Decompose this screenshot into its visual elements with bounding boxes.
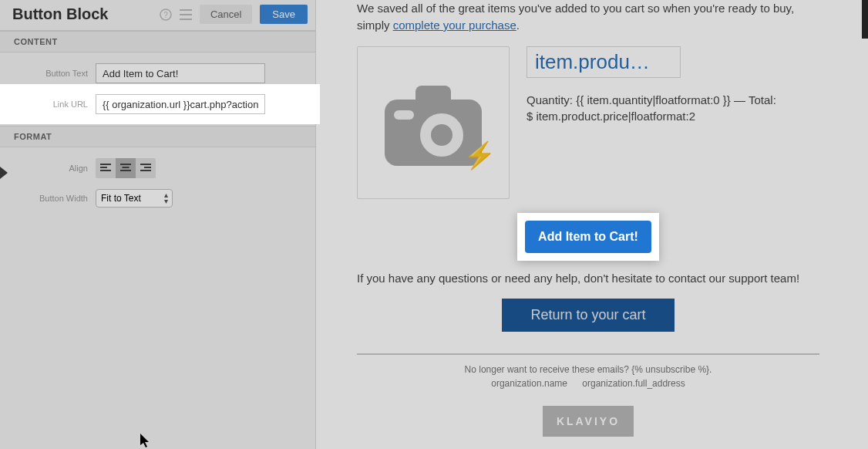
product-title: item.produ… <box>535 50 672 74</box>
unsubscribe-line: No longer want to receive these emails? … <box>357 363 819 376</box>
svg-rect-6 <box>100 167 107 168</box>
camera-icon: ⚡ <box>375 79 491 166</box>
help-message: If you have any questions or need any he… <box>357 272 819 285</box>
button-width-label: Button Width <box>11 194 96 203</box>
svg-rect-13 <box>140 170 151 171</box>
saved-cart-message: We saved all of the great items you've a… <box>357 0 819 46</box>
bolt-icon: ⚡ <box>463 140 496 170</box>
align-left-button[interactable] <box>96 158 116 178</box>
panel-title: Button Block <box>12 5 108 23</box>
product-row: ⚡ item.produ… Quantity: {{ item.quantity… <box>357 46 819 199</box>
field-button-text: Button Text <box>0 52 315 89</box>
org-name: organization.name <box>491 378 567 389</box>
return-to-cart-button[interactable]: Return to your cart <box>502 299 675 332</box>
svg-rect-9 <box>123 167 130 168</box>
field-link-url: Link URL <box>0 89 315 120</box>
product-quantity-line: Quantity: {{ item.quantity|floatformat:0… <box>527 92 819 108</box>
align-button-group <box>96 158 156 178</box>
align-right-button[interactable] <box>136 158 156 178</box>
link-url-input[interactable] <box>96 94 265 114</box>
svg-rect-2 <box>180 9 192 11</box>
complete-purchase-link[interactable]: complete your purchase <box>393 19 516 32</box>
link-url-label: Link URL <box>11 100 96 109</box>
svg-rect-3 <box>180 14 192 15</box>
align-label: Align <box>11 164 96 173</box>
email-footer: No longer want to receive these emails? … <box>357 363 819 390</box>
svg-marker-15 <box>140 434 149 447</box>
right-edge-marker <box>862 0 868 39</box>
svg-rect-11 <box>140 164 151 165</box>
panel-titlebar: Button Block ? Cancel Save <box>0 0 315 31</box>
product-price-line: $ item.product.price|floatformat:2 <box>527 108 819 124</box>
field-button-width: Button Width Fit to Text ▴▾ <box>0 184 315 213</box>
collapse-handle-icon[interactable] <box>0 167 8 179</box>
svg-rect-12 <box>144 167 151 168</box>
button-text-input[interactable] <box>96 63 265 83</box>
save-button[interactable]: Save <box>260 5 308 24</box>
align-center-button[interactable] <box>116 158 136 178</box>
cta-highlight: Add Item to Cart! <box>517 213 659 261</box>
field-align: Align <box>0 147 315 184</box>
product-image-placeholder: ⚡ <box>357 46 510 199</box>
cursor-icon <box>140 434 151 449</box>
settings-panel: Button Block ? Cancel Save CONTENT Butto… <box>0 0 316 449</box>
email-preview: We saved all of the great items you've a… <box>316 0 868 449</box>
button-width-select[interactable]: Fit to Text <box>96 189 173 208</box>
add-to-cart-button[interactable]: Add Item to Cart! <box>525 221 651 253</box>
footer-divider <box>357 353 819 355</box>
svg-rect-8 <box>120 164 131 165</box>
product-title-box: item.produ… <box>527 46 681 78</box>
svg-text:?: ? <box>163 11 168 19</box>
svg-rect-7 <box>100 170 111 171</box>
svg-marker-14 <box>0 167 8 179</box>
org-address: organization.full_address <box>582 378 685 389</box>
help-icon[interactable]: ? <box>160 8 172 21</box>
saved-cart-post: . <box>516 19 520 32</box>
svg-rect-5 <box>100 164 111 165</box>
menu-icon[interactable] <box>180 9 192 20</box>
button-text-label: Button Text <box>11 69 96 78</box>
section-header-format: FORMAT <box>0 126 315 147</box>
section-header-content: CONTENT <box>0 31 315 52</box>
cancel-button[interactable]: Cancel <box>200 5 252 24</box>
svg-rect-10 <box>120 170 131 171</box>
svg-rect-4 <box>180 19 192 20</box>
klaviyo-logo: KLAVIYO <box>543 406 634 437</box>
